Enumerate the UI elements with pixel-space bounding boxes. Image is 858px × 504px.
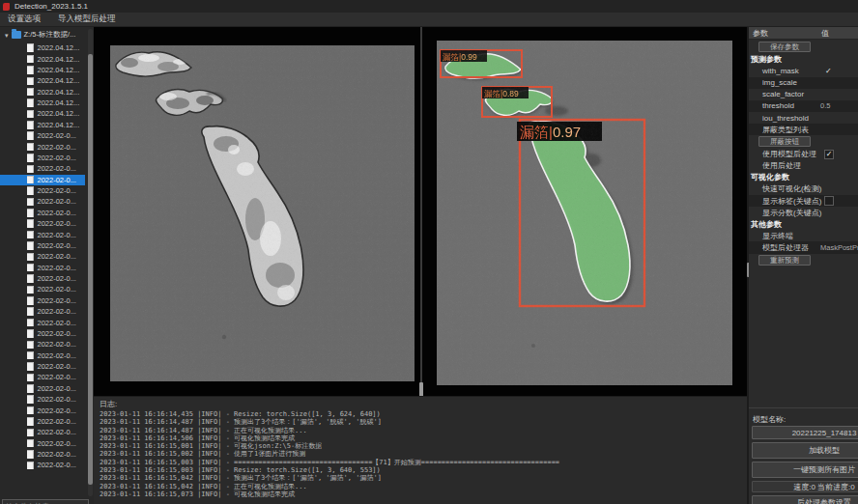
tree-item[interactable]: 2022-02-0... [0,251,85,262]
param-row[interactable]: 显示终端 [749,230,858,241]
tree-item[interactable]: 2022-02-0... [0,229,85,239]
tree-item[interactable]: 2022.04.12... [0,98,85,108]
tree-root[interactable]: ▾ Z:/5-标注数据/... [0,29,94,41]
tree-item[interactable]: 2022-02-0... [0,427,85,437]
log-line: 2023-01-11 16:16:15,073 |INFO| - 可视化预测结果… [100,490,749,498]
file-icon [27,253,34,262]
tree-item-label: 2022-02-0... [38,428,76,436]
tree-item-label: 2022-02-0... [38,373,76,381]
param-row[interactable]: with_mask✓ [749,66,858,77]
tree-item[interactable]: 2022-02-0... [0,339,85,350]
log-line: 2023-01-11 16:16:15,042 |INFO| - 预测出了3个结… [100,474,749,482]
tree-item[interactable]: 2022-02-0... [0,163,85,174]
save-params-button[interactable]: 保存参数 [758,42,811,52]
model-name-field[interactable]: 20221225_174813 [752,426,858,439]
postprocess-settings-button[interactable]: 后处理参数设置 [752,495,858,504]
tree-item[interactable]: 2022-02-0... [0,141,85,152]
noise-overlay [110,45,415,381]
param-row[interactable]: 模型后处理器MaskPostPro [749,241,858,253]
file-icon [27,384,34,393]
param-row[interactable]: 屏蔽类型列表 [749,124,858,135]
re-predict-button[interactable]: 重新预测 [758,255,811,266]
file-icon [27,176,34,184]
sidebar-scrollbar[interactable] [88,29,93,496]
tree-item-label: 2022-02-0... [38,176,76,184]
param-row[interactable]: img_scale [749,77,858,89]
tree-item[interactable]: 2022-02-0... [0,284,85,294]
predict-all-button[interactable]: 一键预测所有图片 [752,462,858,478]
tree-item[interactable]: 2022.04.12... [0,108,85,119]
param-row[interactable]: 显示分数(关键点) [749,207,858,218]
log-line: 2023-01-11 16:16:14,487 |INFO| - 预测出了3个结… [100,418,749,426]
tree-item[interactable]: 2022-02-0... [0,306,85,317]
tree-item[interactable]: 2022-02-0... [0,130,85,141]
tree-item[interactable]: 2022-02-0... [0,438,85,449]
progress-text: 速度:0 当前进度:0 [752,481,858,492]
checkmark-icon: ✓ [825,67,832,75]
tree-item[interactable]: 2022-02-0... [0,394,85,405]
param-row[interactable]: scale_factor [749,89,858,100]
tree-item[interactable]: 2022-02-0... [0,273,85,284]
tree-item[interactable]: 2022-02-0... [0,449,85,460]
tree-item-label: 2022.04.12... [38,76,80,85]
chevron-down-icon[interactable]: ▾ [5,32,9,39]
checkbox[interactable]: ✓ [824,150,834,159]
tree-item[interactable]: 2022.04.12... [0,65,85,75]
checkbox[interactable] [824,196,834,206]
tree-item[interactable]: 2022.04.12... [0,75,85,86]
tree-item[interactable]: 2022.04.12... [0,120,85,130]
tree-item[interactable]: 2022-02-0... [0,460,85,470]
left-image-canvas[interactable] [110,45,415,381]
log-line: 2023-01-11 16:16:14,487 |INFO| - 正在可视化预测… [100,427,749,434]
menu-item-settings[interactable]: 设置选项 [8,14,41,25]
tree-item[interactable]: 2022-02-0... [0,175,85,185]
tree-item[interactable]: 2022-02-0... [0,185,85,196]
param-button-row: 屏蔽按钮 [749,135,858,149]
tree-item[interactable]: 2022-02-0... [0,208,85,218]
tree-item[interactable]: 2022-02-0... [0,405,85,415]
param-row[interactable]: 使用模型后处理✓ [749,149,858,160]
tree-item-label: 2022-02-0... [38,319,76,327]
tree-item-label: 2022.04.12... [38,55,80,64]
param-row[interactable]: threshold0.5 [749,100,858,112]
param-row[interactable]: iou_threshold [749,112,858,124]
tree-item[interactable]: 2022-02-0... [0,240,85,251]
block-button[interactable]: 屏蔽按钮 [758,136,811,147]
tree-item[interactable]: 2022-02-0... [0,372,85,382]
log-line: 2023-01-11 16:16:15,003 |INFO| - Resize:… [100,466,749,474]
file-icon [27,110,34,119]
file-tree-items: 2022.04.12...2022.04.12...2022.04.12...2… [0,42,85,498]
param-row[interactable]: 显示标签(关键点) [749,195,858,207]
search-input[interactable] [2,499,89,504]
tree-item[interactable]: 2022.04.12... [0,87,85,98]
file-icon [27,198,34,207]
tree-item[interactable]: 2022-02-0... [0,416,85,427]
tree-item[interactable]: 2022.04.12... [0,53,85,64]
param-row[interactable]: 快速可视化(检测) [749,183,858,195]
tree-item[interactable]: 2022-02-0... [0,350,85,361]
right-image-canvas[interactable]: 漏箔|0.99 漏箔|0.89 漏箔|0.97 [437,41,732,385]
tree-item[interactable]: 2022-02-0... [0,328,85,339]
tree-item-label: 2022.04.12... [38,66,80,74]
tree-item[interactable]: 2022-02-0... [0,218,85,229]
tree-item[interactable]: 2022-02-0... [0,383,85,394]
tree-item-label: 2022-02-0... [38,307,76,316]
model-section: 模型名称: 20221225_174813 加载模型 一键预测所有图片 速度:0… [749,407,858,504]
load-model-button[interactable]: 加载模型 [752,442,858,459]
tree-item[interactable]: 2022-02-0... [0,153,85,163]
tree-item[interactable]: 2022-02-0... [0,263,85,273]
tree-item-label: 2022.04.12... [38,121,80,129]
tree-item[interactable]: 2022-02-0... [0,317,85,327]
viewport-divider[interactable] [420,27,422,396]
sidebar-scrollbar-thumb[interactable] [88,54,93,485]
tree-item[interactable]: 2022.04.12... [0,42,85,53]
tree-root-label: Z:/5-标注数据/... [24,30,76,40]
menu-item-import-postprocess[interactable]: 导入模型后处理 [58,14,116,25]
file-icon [27,329,34,338]
tree-item[interactable]: 2022-02-0... [0,295,85,306]
tree-item[interactable]: 2022-02-0... [0,361,85,372]
param-row[interactable]: 使用后处理 [749,160,858,172]
param-button-row: 重新预测 [749,254,858,267]
file-icon [27,66,34,74]
tree-item[interactable]: 2022-02-0... [0,196,85,207]
